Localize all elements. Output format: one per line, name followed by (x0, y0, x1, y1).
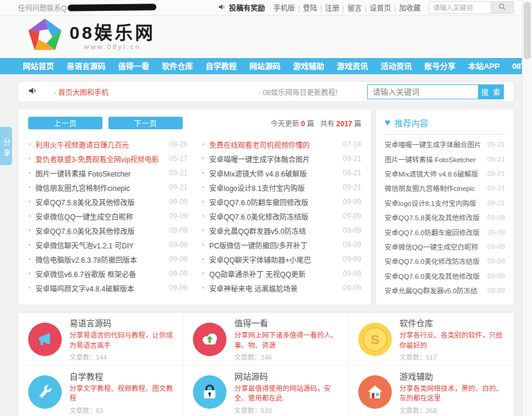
recommend-date: 09-21 (488, 170, 505, 177)
article-row: 利用火牛视频邀请日赚几百元 08-28 (28, 137, 188, 151)
recommend-date: 09-21 (488, 199, 505, 207)
topbar-search-input[interactable] (429, 1, 491, 14)
article-link[interactable]: 安卓QQ7.6.0美化修改防冻结版 (209, 211, 338, 221)
topbar-search-button[interactable] (491, 1, 514, 14)
scrollbar[interactable] (522, 0, 532, 416)
recommend-link[interactable]: 安卓允晨QQ群发器v5.0防冻结 (385, 286, 484, 295)
nav-item[interactable]: 网站源码 (249, 58, 280, 74)
article-row: 安卓QQ7.5.8美化及其他修改版 09-09 (28, 195, 188, 209)
nav-item[interactable]: 网站首页 (23, 58, 54, 74)
topbar-link-mobile[interactable]: 手机版 (273, 2, 295, 13)
nav-item[interactable]: 易语言源码 (66, 58, 105, 74)
article-link[interactable]: 安卓QQ7.6.0防翻车撤回修改版 (209, 197, 338, 207)
recommend-link[interactable]: 图片一键转素描 FotoSketcher (385, 154, 484, 164)
category-game-assist[interactable]: 游戏辅助 分享各类网络技术，黑的、白的、灰的都在这里 文章数：268 (349, 366, 513, 416)
svg-text:S: S (370, 332, 379, 347)
article-link[interactable]: 安卓Mix滤镜大师 v4.8.6破解版 (209, 168, 338, 178)
recommend-date: 09-21 (488, 184, 505, 192)
category-title[interactable]: 易语言源码 (69, 317, 173, 329)
recommend-link[interactable]: 安卓QQ7.5.8美化及其他修改版 (385, 212, 484, 222)
article-list-left: 利用火牛视频邀请日赚几百元 08-28 复仇者联盟3-免费观看全网vip视频电影… (28, 137, 188, 295)
coin-icon: S (358, 323, 392, 356)
article-link[interactable]: QQ勋章通杀补丁 无视QQ更新 (209, 269, 338, 279)
category-web-source[interactable]: 网站源码 分享最值得使用的网站源码，安全、管用都在此 文章数：533 (183, 366, 348, 416)
topbar-link-sethome[interactable]: 设首页 (362, 2, 391, 13)
scrollbar-thumb[interactable] (524, 2, 531, 59)
article-link[interactable]: 安卓微信v6.6.7谷歌版 框架必备 (35, 269, 164, 279)
recommend-link[interactable]: 安卓QQ7.6.0美化及其他修改版 (385, 271, 484, 281)
article-date: 09-09 (169, 198, 188, 206)
reward-announce-link[interactable]: 投稿有奖励 (229, 2, 265, 13)
article-link[interactable]: 安卓logo设计8.1支付宝内购版 (209, 183, 338, 193)
site-logo-icon[interactable] (26, 17, 64, 57)
topbar-link-message[interactable]: 留言 (340, 2, 362, 13)
topbar-link-login[interactable]: 登陆 (295, 2, 317, 13)
article-row: 安卓允晨QQ群发器v5.0防冻结 09-09 (202, 223, 361, 238)
nav-item[interactable]: 游戏辅助 (293, 58, 324, 74)
notice-hot-link[interactable]: · 首页大图和手机 (54, 87, 108, 97)
category-title[interactable]: 值得一看 (234, 317, 338, 329)
nav-item[interactable]: 本站APP (468, 58, 500, 74)
share-tab[interactable]: 分享 (0, 127, 12, 165)
recommend-link[interactable]: 安卓QQ7.6.0美化修改防冻结版 (385, 256, 484, 266)
article-row: 安卓QQ7.6.0美化及其他修改版 09-09 (28, 223, 188, 238)
category-count: 文章数：144 (69, 352, 173, 362)
article-link[interactable]: 安卓微信聊天气泡v1.2.1 可DIY (35, 240, 164, 250)
nav-item[interactable]: 游戏资讯 (337, 58, 368, 74)
recommend-link[interactable]: 微信朋友圈九宫格制作cinepic (385, 183, 484, 193)
nav-item[interactable]: 账号分享 (424, 58, 455, 74)
article-link[interactable]: PC版微信一键防撤回/多开补丁 (209, 240, 338, 250)
article-date: 09-09 (343, 198, 361, 206)
article-date: 09-21 (343, 169, 361, 177)
recommend-link[interactable]: 安卓logo设计8.1支付宝内购版 (385, 198, 484, 208)
article-row: PC版微信一键防撤回/多开补丁 09-09 (202, 238, 361, 252)
article-row: 安卓QQ7.6.0美化修改防冻结版 09-09 (202, 209, 361, 223)
article-link[interactable]: 安卓微信QQ一键生成空白昵称 (35, 211, 164, 221)
category-title[interactable]: 软件仓库 (400, 317, 504, 329)
site-title[interactable]: 08娱乐网 (69, 23, 155, 42)
category-easy-language[interactable]: 易语言源码 分享易语言的代码与教程，让你成为易语言高手 文章数：144 (19, 313, 183, 366)
nav-item[interactable]: 值得一看 (118, 58, 149, 74)
article-link[interactable]: 安卓QQ7.6.0美化及其他修改版 (35, 226, 164, 236)
article-row: 安卓logo设计8.1支付宝内购版 09-21 (202, 180, 361, 195)
article-link[interactable]: 免费在线观看老司机视频你懂的 (209, 139, 338, 150)
recommend-link[interactable]: 安卓Mix滤镜大师 v4.8.6破解版 (385, 169, 484, 178)
article-link[interactable]: 微信朋友圈九宫格制作cinepic (35, 183, 164, 193)
nav-item[interactable]: 软件仓库 (162, 58, 193, 74)
article-date: 09-09 (169, 241, 188, 249)
category-title[interactable]: 自学教程 (69, 370, 173, 382)
article-link[interactable]: 图片一键转素描 FotoSketcher (35, 168, 164, 178)
article-link[interactable]: 安卓喵呜颜文字v4.8.4破解版本 (35, 283, 164, 293)
next-page-button[interactable]: 下一页 (108, 117, 183, 129)
nav-item[interactable]: 活动资讯 (380, 58, 412, 74)
site-search-button[interactable]: 搜 索 (479, 84, 504, 99)
site-url: www.08yl.cn (69, 43, 155, 50)
recommend-link[interactable]: 安卓微信QQ一键生成空白昵称 (385, 242, 484, 251)
category-title[interactable]: 网站源码 (234, 370, 338, 382)
article-link[interactable]: 复仇者联盟3-免费观看全网vip视频电影 (35, 154, 164, 164)
category-worth-seeing[interactable]: 值得一看 分享网上网下诸多值得一看的人、事、物、资源 文章数：246 (183, 313, 348, 366)
nav-item[interactable]: 自学教程 (205, 58, 237, 74)
article-date: 09-09 (343, 212, 361, 220)
recommend-link[interactable]: 安卓喵喔一键生成字体融合图片 (385, 139, 484, 149)
article-link[interactable]: 利用火牛视频邀请日赚几百元 (35, 139, 164, 150)
category-title[interactable]: 游戏辅助 (400, 370, 504, 382)
article-link[interactable]: 安卓QQ7.5.8美化及其他修改版 (35, 197, 164, 207)
article-link[interactable]: 安卓神秘来电 远离尴尬场景 (209, 283, 338, 293)
site-search-input[interactable] (367, 84, 479, 99)
recommend-link[interactable]: 安卓QQ7.6.0防翻车撤回修改版 (385, 227, 484, 237)
topbar-link-register[interactable]: 注册 (317, 2, 339, 13)
article-link[interactable]: 微信电脑版v2.6.3.78防撤回版本 (35, 254, 164, 265)
category-desc: 分享网上网下诸多值得一看的人、事、物、资源 (234, 330, 338, 350)
article-link[interactable]: 安卓允晨QQ群发器v5.0防冻结 (209, 226, 338, 236)
category-grid: 易语言源码 分享易语言的代码与教程，让你成为易语言高手 文章数：144 值得一看… (18, 312, 514, 416)
category-software[interactable]: S 软件仓库 分享各行业、各类别的软件，只给你最好的 文章数：517 (349, 313, 513, 366)
speaker-icon (28, 86, 37, 98)
article-link[interactable]: 安卓QQ聊天字体辅助器+小尾巴 (209, 254, 338, 265)
prev-page-button[interactable]: 上一页 (28, 117, 102, 129)
article-link[interactable]: 安卓喵喔一键生成字体融合图片 (209, 154, 338, 164)
category-tutorials[interactable]: 自学教程 分享文字教程、视频教程、图文教程 文章数：63 (19, 366, 183, 416)
category-desc: 分享各类网络技术，黑的、白的、灰的都在这里 (400, 384, 504, 403)
topbar-link-favorite[interactable]: 加收藏 (391, 2, 421, 13)
article-date: 09-09 (343, 241, 361, 249)
